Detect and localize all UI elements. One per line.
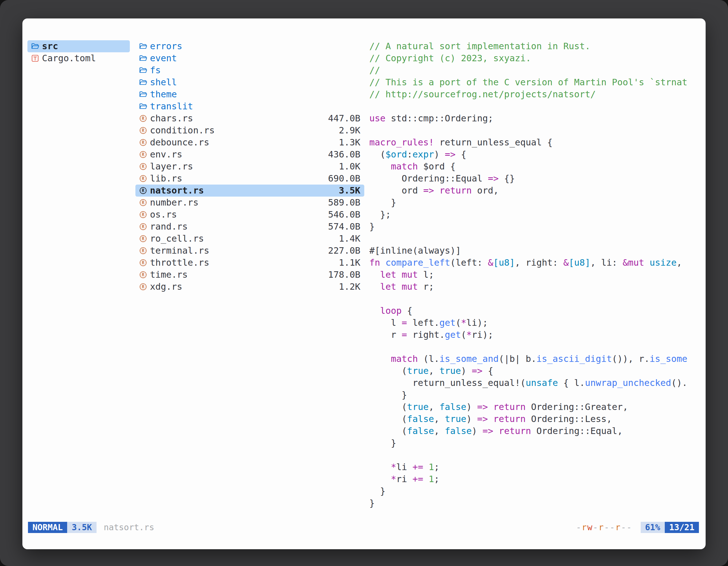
file-row-throttle-rs[interactable]: R throttle.rs 1.1K: [135, 257, 364, 269]
svg-text:R: R: [142, 200, 145, 205]
code-token: r: [369, 329, 402, 340]
file-row-fs[interactable]: fs: [135, 64, 364, 76]
code-token: [493, 426, 499, 436]
file-row-shell[interactable]: shell: [135, 76, 364, 88]
file-row-os-rs[interactable]: R os.rs 546.0B: [135, 209, 364, 221]
file-row-condition-rs[interactable]: R condition.rs 2.9K: [135, 125, 364, 137]
code-token: // This is a port of the C version of Ma…: [369, 77, 687, 88]
code-token: loop: [380, 305, 402, 316]
code-token: ord,: [472, 185, 499, 196]
svg-text:R: R: [142, 140, 145, 145]
file-preview-panel[interactable]: // A natural sort implementation in Rust…: [369, 40, 702, 518]
code-line: };: [369, 209, 702, 221]
file-row-terminal-rs[interactable]: R terminal.rs 227.0B: [135, 245, 364, 257]
code-token: { l.: [558, 377, 585, 388]
folder-icon: [139, 102, 147, 111]
file-name: debounce.rs: [150, 137, 335, 149]
code-token: #[inline(always)]: [369, 245, 461, 256]
file-name: src: [42, 40, 123, 52]
file-row-translit[interactable]: translit: [135, 100, 364, 112]
svg-text:R: R: [142, 116, 145, 121]
cursor-position-badge: 13/21: [665, 522, 699, 533]
rust-icon: R: [139, 271, 147, 279]
file-name: errors: [150, 40, 357, 52]
file-row-env-rs[interactable]: R env.rs 436.0B: [135, 149, 364, 161]
file-row-natsort-rs[interactable]: R natsort.rs 3.5K: [135, 185, 364, 197]
code-token: [423, 474, 429, 484]
file-name: env.rs: [150, 149, 325, 161]
file-row-src[interactable]: src: [27, 40, 130, 52]
code-line: }: [369, 389, 702, 401]
code-token: li: [396, 462, 412, 472]
code-token: is_ascii_digit: [536, 353, 612, 364]
code-token: l: [369, 317, 402, 328]
file-row-lib-rs[interactable]: R lib.rs 690.0B: [135, 173, 364, 185]
code-line: macro_rules! return_unless_equal {: [369, 137, 702, 149]
svg-text:R: R: [142, 212, 145, 217]
code-token: compare_left: [386, 257, 450, 268]
file-name: theme: [150, 88, 357, 100]
file-row-theme[interactable]: theme: [135, 88, 364, 100]
file-row-rand-rs[interactable]: R rand.rs 574.0B: [135, 221, 364, 233]
code-line: // http://sourcefrog.net/projects/natsor…: [369, 88, 702, 100]
code-token: =>: [477, 401, 488, 412]
file-row-time-rs[interactable]: R time.rs 178.0B: [135, 269, 364, 281]
permission-char: -: [593, 522, 598, 532]
code-token: return_unless_equal!(: [369, 377, 526, 388]
file-row-layer-rs[interactable]: R layer.rs 1.0K: [135, 161, 364, 173]
file-row-chars-rs[interactable]: R chars.rs 447.0B: [135, 112, 364, 125]
file-row-number-rs[interactable]: R number.rs 589.0B: [135, 197, 364, 209]
code-token: std::cmp::Ordering;: [386, 113, 493, 124]
code-token: }: [369, 197, 396, 208]
code-line: }: [369, 197, 702, 209]
code-line: //: [369, 64, 702, 76]
code-token: Ordering::Greater,: [526, 401, 628, 412]
code-token: // http://sourcefrog.net/projects/natsor…: [369, 89, 596, 100]
code-token: *: [391, 474, 396, 484]
code-token: =>: [472, 365, 483, 376]
code-line: [369, 293, 702, 305]
rust-icon: R: [139, 186, 147, 195]
file-name: natsort.rs: [150, 185, 335, 197]
file-name: fs: [150, 64, 357, 76]
toml-icon: [31, 54, 39, 63]
parent-directory-panel: src Cargo.toml: [27, 40, 130, 64]
code-token: [380, 257, 386, 268]
code-token: match: [391, 353, 418, 364]
code-line: ($ord:expr) => {: [369, 149, 702, 161]
code-token: unwrap_unchecked: [585, 377, 671, 388]
code-token: li);: [466, 317, 488, 328]
file-size: 447.0B: [328, 112, 360, 125]
code-line: #[inline(always)]: [369, 245, 702, 257]
file-name: number.rs: [150, 197, 325, 209]
svg-text:R: R: [142, 224, 145, 229]
code-token: // Copyright (c) 2023, sxyazi.: [369, 53, 531, 64]
file-row-errors[interactable]: errors: [135, 40, 364, 52]
code-line: (true, false) => return Ordering::Greate…: [369, 401, 702, 413]
code-token: [488, 414, 493, 424]
code-token: l;: [418, 269, 434, 280]
file-row-cargo-toml[interactable]: Cargo.toml: [27, 52, 130, 64]
file-name: ro_cell.rs: [150, 233, 335, 245]
code-token: (: [461, 329, 466, 340]
file-size: 436.0B: [328, 149, 360, 161]
file-row-ro-cell-rs[interactable]: R ro_cell.rs 1.4K: [135, 233, 364, 245]
code-token: =>: [483, 426, 494, 436]
file-name: throttle.rs: [150, 257, 335, 269]
file-row-event[interactable]: event: [135, 52, 364, 64]
file-row-debounce-rs[interactable]: R debounce.rs 1.3K: [135, 137, 364, 149]
code-token: Ordering::Equal,: [531, 426, 623, 436]
code-token: ,: [429, 401, 440, 412]
mode-indicator: NORMAL: [28, 522, 67, 533]
code-token: (l.: [418, 353, 439, 364]
file-permissions: -rw-r--r--: [576, 522, 632, 533]
code-token: get: [439, 317, 455, 328]
folder-icon: [139, 78, 147, 87]
code-token: }: [369, 438, 396, 448]
file-row-xdg-rs[interactable]: R xdg.rs 1.2K: [135, 281, 364, 293]
code-line: ord => return ord,: [369, 185, 702, 197]
code-token: Ordering::Equal: [369, 173, 488, 184]
svg-text:R: R: [142, 273, 145, 278]
code-token: [369, 281, 380, 292]
file-name: shell: [150, 76, 357, 88]
